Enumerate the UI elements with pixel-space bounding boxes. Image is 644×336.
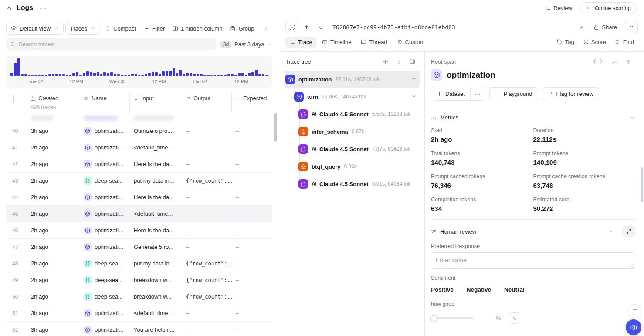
table-row[interactable]: 462h agooptimizati...Here is the da...–– <box>6 222 272 239</box>
find-button[interactable]: Find <box>611 37 638 47</box>
left-scrollbar-thumb[interactable] <box>274 113 277 142</box>
detail-header: 762887e7-cc99-4b73-afbf-d8bde81ebd83 Sha… <box>279 16 644 35</box>
tree-span-turn[interactable]: turn22.06s, 140743 tok <box>285 88 420 105</box>
tab-trace[interactable]: Trace <box>285 37 317 48</box>
open-fullpage-button[interactable] <box>576 23 588 32</box>
table-row[interactable]: 403h agooptimizati...Otimize o pro...–– <box>6 123 272 139</box>
lock-icon <box>593 24 599 30</box>
expected-cell: – <box>232 210 272 217</box>
right-scrollbar-thumb[interactable] <box>641 167 643 202</box>
floating-menu-button[interactable] <box>629 304 641 317</box>
column-header-output[interactable]: Output <box>186 95 228 102</box>
table-row[interactable]: 502h ago()deep-sea...breakdown w...{"row… <box>6 288 272 305</box>
view-json-button[interactable]: { } <box>589 59 607 65</box>
axis-tick-label: Wed 03 <box>109 79 126 84</box>
share-button[interactable]: Share <box>590 22 620 32</box>
search-input[interactable] <box>19 41 212 48</box>
sentiment-negative[interactable]: Negative <box>467 286 491 293</box>
tab-timeline[interactable]: Timeline <box>318 37 356 48</box>
column-header-input[interactable]: Input <box>133 95 178 102</box>
histogram-bar <box>179 70 182 76</box>
llm-icon <box>298 109 308 119</box>
tag-button[interactable]: Tag <box>553 37 578 47</box>
preferred-response-input[interactable] <box>431 252 635 269</box>
tree-span-claude-4-5-sonnet[interactable]: A\Claude 4.5 Sonnet7.87s, 63426 tok <box>285 140 420 158</box>
clear-score-button[interactable] <box>509 312 520 324</box>
span-meta: 22.06s, 140743 tok <box>322 94 408 100</box>
table-row[interactable]: 513h agooptimizati...<default_time...–– <box>6 305 272 322</box>
sentiment-neutral[interactable]: Neutral <box>504 286 525 293</box>
chevron-down-icon <box>608 229 613 234</box>
date-range-selector[interactable]: 3d Past 3 days <box>220 41 272 48</box>
span-name: infer_schema <box>312 129 348 135</box>
tab-custom[interactable]: Custom <box>393 37 429 48</box>
created-cell: 2h ago <box>27 210 80 217</box>
table-row[interactable]: 482h ago()deep-sea...put my data in...{"… <box>6 255 272 272</box>
column-header-name[interactable]: Name <box>84 95 126 102</box>
created-cell: 2h ago <box>27 194 80 200</box>
row-number: 40 <box>6 128 27 134</box>
table-row[interactable]: 523h agooptimizati...You are helpin...–– <box>6 322 272 336</box>
tab-thread[interactable]: Thread <box>356 37 391 48</box>
score-button[interactable]: Score <box>579 37 610 47</box>
table-row[interactable]: 472h agooptimizati...Generate 5 ro...–– <box>6 239 272 255</box>
collapse-pane-button[interactable] <box>406 58 419 65</box>
human-review-section-header[interactable]: Human review <box>431 226 635 237</box>
table-row[interactable]: 432h ago()deep-sea...put my data in...{"… <box>6 173 272 189</box>
online-scoring-button[interactable]: Online scoring <box>580 2 637 14</box>
flag-for-review-button[interactable]: Flag for review <box>542 87 599 100</box>
open-playground-button[interactable]: Playground <box>489 87 538 100</box>
download-span-button[interactable] <box>607 59 621 65</box>
next-trace-button[interactable] <box>315 23 327 32</box>
expand-review-button[interactable] <box>622 226 635 237</box>
tree-span-claude-4-5-sonnet[interactable]: A\Claude 4.5 Sonnet6.01s, 64034 tok <box>285 175 420 193</box>
column-header-expected[interactable]: Expected <box>235 95 269 102</box>
add-to-dataset-button[interactable]: Dataset <box>431 87 470 100</box>
group-button[interactable]: Group <box>227 24 257 34</box>
dataset-split-button: Dataset ⋯ <box>431 87 485 101</box>
metric-label: Prompt cache creation tokens <box>533 173 636 180</box>
tree-span-btql-query[interactable]: btql_query0.36s <box>285 158 420 175</box>
dataset-more-button[interactable]: ⋯ <box>470 87 485 100</box>
select-all-checkbox[interactable] <box>13 95 14 103</box>
move-span-button[interactable] <box>621 59 635 64</box>
input-cell: Here is the da... <box>130 227 182 234</box>
export-button[interactable] <box>260 24 272 33</box>
input-cell: breakdown w... <box>130 277 182 283</box>
mode-selector[interactable]: Traces <box>65 22 100 35</box>
filter-button[interactable]: Filter <box>141 24 168 34</box>
search-icon <box>10 41 16 47</box>
row-number: 47 <box>6 244 27 250</box>
score-slider[interactable] <box>431 317 473 319</box>
view-selector[interactable]: Default view <box>6 22 64 35</box>
tree-menu-button[interactable] <box>392 58 406 65</box>
assistant-fab[interactable] <box>626 319 641 335</box>
tree-span-optimization[interactable]: optimization22.11s, 140743 tok <box>285 71 420 88</box>
metric-value: 634 <box>431 205 533 212</box>
table-row[interactable]: 412h agooptimizati...<default_time...–– <box>6 139 272 156</box>
hidden-columns-button[interactable]: 1 hidden column <box>169 24 225 34</box>
traces-histogram[interactable]: Tue 0212 PMWed 0312 PMThu 0412 PM <box>6 56 272 88</box>
tree-span-claude-4-5-sonnet[interactable]: A\Claude 4.5 Sonnet5.57s, 13283 tok <box>285 105 420 123</box>
tree-span-infer-schema[interactable]: infer_schema0.67s <box>285 123 420 140</box>
column-header-created[interactable]: Created <box>31 95 76 102</box>
table-row[interactable]: 422h agooptimizati...Here is the da...–– <box>6 156 272 173</box>
close-panel-button[interactable] <box>625 21 638 33</box>
expand-all-button[interactable] <box>379 58 392 65</box>
slider-knob[interactable] <box>430 315 437 322</box>
prev-trace-button[interactable] <box>300 23 313 32</box>
span-name: optimizati... <box>95 227 123 234</box>
table-row[interactable]: 442h agooptimizati...Here is the da...–– <box>6 189 272 206</box>
review-button[interactable]: Review <box>542 3 576 13</box>
page-menu-button[interactable]: ··· <box>39 4 47 12</box>
histogram-bar <box>76 72 78 76</box>
created-cell: 2h ago <box>27 227 80 234</box>
table-row[interactable]: 452h agooptimizati...<default_time...–– <box>6 206 272 222</box>
table-row[interactable]: 492h ago()deep-sea...breakdown w...{"row… <box>6 272 272 288</box>
app-root: Logs ··· Review Online scoring Default v… <box>0 0 644 336</box>
sentiment-positive[interactable]: Positive <box>431 286 454 293</box>
metrics-section-header[interactable]: Metrics <box>431 114 635 121</box>
compact-button[interactable]: Compact <box>102 24 139 34</box>
histogram-bar <box>90 72 92 76</box>
focus-span-button[interactable] <box>285 21 298 33</box>
